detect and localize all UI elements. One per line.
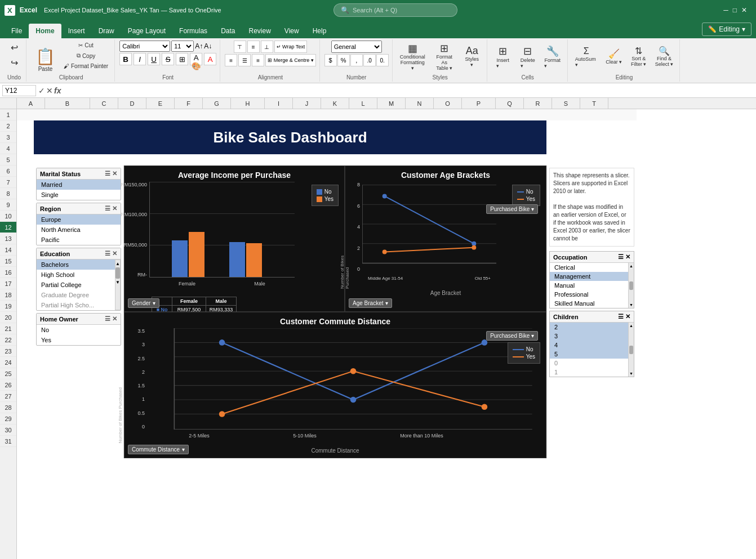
- decrease-decimal-button[interactable]: 0.: [376, 54, 389, 66]
- col-A[interactable]: A: [17, 98, 45, 109]
- row-13[interactable]: 13: [0, 233, 16, 244]
- row-4[interactable]: 4: [0, 143, 16, 154]
- home-owner-item-yes[interactable]: Yes: [37, 335, 121, 345]
- wrap-text-button[interactable]: ↵ Wrap Text: [274, 41, 308, 53]
- tab-home[interactable]: Home: [29, 24, 61, 38]
- row-19[interactable]: 19: [0, 301, 16, 312]
- occupation-item-skilled[interactable]: Skilled Manual: [550, 299, 628, 308]
- format-as-table-button[interactable]: ⊞ Format AsTable ▾: [430, 41, 459, 73]
- education-item-high-school[interactable]: High School: [37, 270, 115, 280]
- formula-cancel-icon[interactable]: ✕: [46, 86, 53, 95]
- font-name-select[interactable]: Calibri: [119, 41, 170, 52]
- fill-color-button[interactable]: A🎨: [190, 53, 202, 65]
- col-T[interactable]: T: [580, 98, 608, 109]
- cut-button[interactable]: ✂ Cut: [61, 41, 111, 50]
- tab-insert[interactable]: Insert: [61, 24, 92, 38]
- education-item-graduate[interactable]: Graduate Degree: [37, 290, 115, 300]
- region-clear-icon[interactable]: ✕: [112, 205, 117, 212]
- commute-distance-dropdown[interactable]: Commute Distance ▾: [128, 445, 189, 454]
- row-30[interactable]: 30: [0, 424, 16, 436]
- region-item-pacific[interactable]: Pacific: [37, 235, 121, 245]
- tab-help[interactable]: Help: [306, 24, 333, 38]
- row-7[interactable]: 7: [0, 177, 16, 188]
- home-owner-clear-icon[interactable]: ✕: [112, 315, 117, 323]
- col-H[interactable]: H: [231, 98, 265, 109]
- row-14[interactable]: 14: [0, 244, 16, 256]
- row-5[interactable]: 5: [0, 154, 16, 166]
- tab-file[interactable]: File: [5, 24, 29, 38]
- age-purchased-dropdown[interactable]: Purchased Bike ▾: [486, 204, 538, 214]
- row-24[interactable]: 24: [0, 357, 16, 368]
- col-K[interactable]: K: [321, 98, 349, 109]
- row-23[interactable]: 23: [0, 346, 16, 357]
- occupation-item-manual[interactable]: Manual: [550, 281, 628, 290]
- font-color-button[interactable]: A: [204, 53, 216, 65]
- row-16[interactable]: 16: [0, 267, 16, 278]
- row-18[interactable]: 18: [0, 289, 16, 301]
- tab-data[interactable]: Data: [214, 24, 242, 38]
- align-bottom-button[interactable]: ⊥: [261, 41, 273, 53]
- occupation-scrollbar[interactable]: ▲ ▼: [628, 263, 634, 308]
- row-25[interactable]: 25: [0, 368, 16, 379]
- row-28[interactable]: 28: [0, 402, 16, 413]
- formula-check-icon[interactable]: ✓: [38, 86, 45, 95]
- align-left-button[interactable]: ≡: [225, 54, 237, 66]
- row-6[interactable]: 6: [0, 166, 16, 177]
- col-E[interactable]: E: [146, 98, 175, 109]
- col-O[interactable]: O: [434, 98, 462, 109]
- occupation-clear-icon[interactable]: ✕: [625, 253, 630, 261]
- children-item-4[interactable]: 4: [550, 341, 628, 350]
- income-gender-dropdown[interactable]: Gender ▾: [128, 298, 159, 308]
- search-box[interactable]: 🔍: [333, 3, 457, 17]
- children-item-5[interactable]: 5: [550, 350, 628, 359]
- children-item-1[interactable]: 1: [550, 368, 628, 377]
- education-clear-icon[interactable]: ✕: [112, 250, 117, 257]
- row-26[interactable]: 26: [0, 379, 16, 391]
- font-grow-button[interactable]: A↑: [195, 42, 203, 50]
- home-owner-item-no[interactable]: No: [37, 325, 121, 335]
- italic-button[interactable]: I: [134, 53, 146, 65]
- col-S[interactable]: S: [552, 98, 580, 109]
- autosum-button[interactable]: Σ AutoSum ▾: [572, 44, 601, 69]
- search-input[interactable]: [353, 7, 443, 14]
- children-item-0[interactable]: 0: [550, 359, 628, 368]
- education-item-bachelors[interactable]: Bachelors: [37, 260, 115, 270]
- copy-button[interactable]: ⧉ Copy: [61, 51, 111, 61]
- occupation-multiselect-icon[interactable]: ☰: [618, 253, 624, 261]
- delete-button[interactable]: ⊟ Delete▾: [517, 43, 539, 70]
- row-31[interactable]: 31: [0, 436, 16, 447]
- occupation-item-clerical[interactable]: Clerical: [550, 263, 628, 272]
- undo-button[interactable]: ↩: [6, 41, 23, 55]
- home-owner-multiselect-icon[interactable]: ☰: [105, 315, 110, 323]
- row-10[interactable]: 10: [0, 211, 16, 222]
- tab-view[interactable]: View: [278, 24, 306, 38]
- minimize-icon[interactable]: ─: [723, 6, 728, 14]
- col-P[interactable]: P: [462, 98, 496, 109]
- align-center-button[interactable]: ☰: [238, 54, 251, 66]
- strikethrough-button[interactable]: S: [162, 53, 174, 65]
- row-17[interactable]: 17: [0, 278, 16, 289]
- row-2[interactable]: 2: [0, 120, 16, 132]
- slicer-clear-icon[interactable]: ✕: [112, 170, 117, 177]
- marital-status-item-single[interactable]: Single: [37, 190, 121, 200]
- row-1[interactable]: 1: [0, 109, 16, 120]
- formula-input[interactable]: [63, 87, 754, 95]
- comma-button[interactable]: ,: [350, 54, 363, 66]
- increase-decimal-button[interactable]: .0: [363, 54, 376, 66]
- editing-mode-button[interactable]: ✏️ Editing ▾: [702, 23, 751, 36]
- education-scrollbar[interactable]: ▲ ▼: [115, 260, 121, 310]
- education-item-partial-college[interactable]: Partial College: [37, 280, 115, 290]
- col-M[interactable]: M: [377, 98, 406, 109]
- tab-formulas[interactable]: Formulas: [172, 24, 214, 38]
- sort-filter-button[interactable]: ⇅ Sort &Filter ▾: [628, 44, 650, 69]
- children-multiselect-icon[interactable]: ☰: [618, 313, 624, 320]
- row-29[interactable]: 29: [0, 413, 16, 424]
- row-9[interactable]: 9: [0, 199, 16, 211]
- paste-button[interactable]: 📋 Paste: [31, 45, 60, 74]
- marital-status-item-married[interactable]: Married: [37, 180, 121, 190]
- col-J[interactable]: J: [293, 98, 321, 109]
- align-top-button[interactable]: ⊤: [234, 41, 246, 53]
- children-item-2[interactable]: 2: [550, 323, 628, 332]
- format-button[interactable]: 🔧 Format▾: [541, 43, 564, 70]
- occupation-item-professional[interactable]: Professional: [550, 290, 628, 299]
